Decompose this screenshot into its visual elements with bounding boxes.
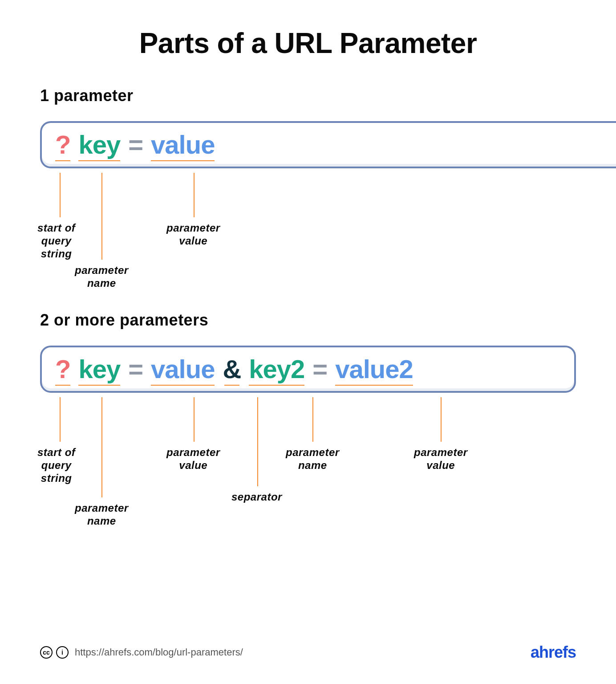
token-row-1: ? key = value xyxy=(55,132,616,158)
token-row-2: ? key = value & key2 = value2 xyxy=(55,356,561,382)
section-1-heading: 1 parameter xyxy=(40,86,576,105)
label-parameter-name: parameter name xyxy=(75,264,129,290)
callouts-2: start of query string parameter name par… xyxy=(40,397,576,540)
token-key1: key xyxy=(78,356,120,382)
label-parameter-value: parameter value xyxy=(166,222,220,248)
token-value2: value2 xyxy=(335,356,413,382)
leader-param-name-1 xyxy=(101,397,102,497)
label-separator: separator xyxy=(231,491,282,504)
label-parameter-value-2: parameter value xyxy=(414,446,468,472)
source-url: https://ahrefs.com/blog/url-parameters/ xyxy=(75,647,243,658)
label-parameter-name-1: parameter name xyxy=(75,502,129,528)
token-ampersand: & xyxy=(223,356,241,382)
token-equals-1: = xyxy=(128,356,143,382)
label-start-of-query-string: start of query string xyxy=(37,222,75,260)
label-parameter-value-1: parameter value xyxy=(166,446,220,472)
url-box-2: ? key = value & key2 = value2 xyxy=(40,346,576,393)
leader-param-name-2 xyxy=(312,397,313,442)
token-key2: key2 xyxy=(249,356,304,382)
leader-start xyxy=(60,173,61,217)
cc-icon: cc xyxy=(40,646,53,659)
label-start-of-query-string-2: start of query string xyxy=(37,446,75,484)
section-2-heading: 2 or more parameters xyxy=(40,311,576,330)
leader-start-2 xyxy=(60,397,61,442)
cc-icons: cc i xyxy=(40,646,69,659)
token-value: value xyxy=(151,132,215,158)
leader-separator xyxy=(257,397,258,486)
leader-param-value-2 xyxy=(441,397,442,442)
leader-param-value xyxy=(194,173,195,217)
token-key: key xyxy=(78,132,120,158)
token-equals: = xyxy=(128,132,143,158)
token-equals-2: = xyxy=(312,356,327,382)
url-box-1: ? key = value xyxy=(40,121,616,168)
label-parameter-name-2: parameter name xyxy=(286,446,340,472)
section-1: 1 parameter ? key = value start of query… xyxy=(40,86,576,297)
leader-param-name xyxy=(101,173,102,260)
brand-logo: ahrefs xyxy=(531,643,576,662)
page-title: Parts of a URL Parameter xyxy=(40,27,576,60)
section-2: 2 or more parameters ? key = value & key… xyxy=(40,311,576,540)
callouts-1: start of query string parameter name par… xyxy=(40,173,576,297)
attribution-icon: i xyxy=(56,646,69,659)
token-value1: value xyxy=(151,356,215,382)
leader-param-value-1 xyxy=(194,397,195,442)
footer: cc i https://ahrefs.com/blog/url-paramet… xyxy=(40,643,576,662)
token-question-mark: ? xyxy=(55,132,70,158)
token-question-mark-2: ? xyxy=(55,356,70,382)
